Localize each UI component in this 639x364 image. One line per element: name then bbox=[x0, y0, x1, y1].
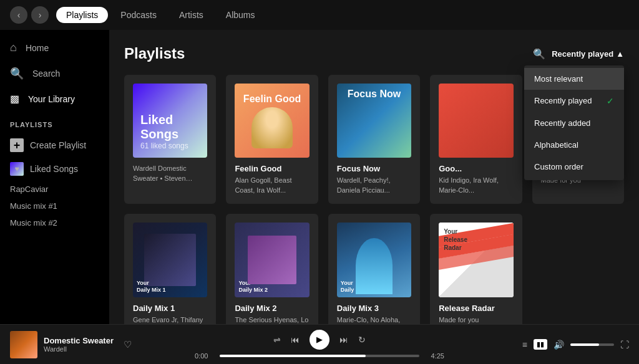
shuffle-button[interactable]: ⇌ bbox=[273, 335, 281, 345]
volume-fill bbox=[570, 343, 599, 346]
sidebar-item-home[interactable]: ⌂ Home bbox=[0, 35, 109, 60]
card-image-liked-songs: Liked Songs 61 liked songs bbox=[133, 84, 207, 158]
daily-mix-3-card-desc: Marie-Clo, No Aloha, Steven Cooper... bbox=[337, 315, 411, 324]
player-bar: Domestic Sweater Wardell ♡ ⇌ ⏮ ▶ ⏭ ↻ 0:0… bbox=[0, 324, 639, 364]
progress-bar-container: 0:00 4:25 bbox=[195, 352, 444, 360]
feelin-good-card-name: Feelin Good bbox=[235, 164, 309, 173]
dropdown-item-label-alphabetical: Alphabetical bbox=[534, 140, 578, 150]
queue-button[interactable]: ≡ bbox=[522, 340, 527, 350]
dropdown-item-recently-played[interactable]: Recently played ✓ bbox=[524, 90, 624, 112]
next-button[interactable]: ⏭ bbox=[339, 335, 348, 345]
dropdown-item-alphabetical[interactable]: Alphabetical bbox=[524, 134, 624, 156]
repeat-button[interactable]: ↻ bbox=[358, 335, 366, 345]
dropdown-item-label-recently-played: Recently played bbox=[534, 96, 592, 105]
sidebar-item-label-home: Home bbox=[26, 43, 49, 53]
content-area: Playlists 🔍 Recently played ▲ Most relev… bbox=[109, 30, 639, 324]
playlists-section-label: PLAYLISTS bbox=[0, 111, 109, 133]
player-right-controls: ≡ ▮▮ 🔊 ⛶ bbox=[492, 339, 629, 350]
content-header: Playlists 🔍 Recently played ▲ Most relev… bbox=[124, 45, 624, 62]
liked-songs-card-desc: Wardell Domestic Sweater • Steven Cooper… bbox=[133, 164, 207, 183]
nav-arrows: ‹ › bbox=[10, 6, 49, 24]
daily-mix-2-card-name: Daily Mix 2 bbox=[235, 304, 309, 313]
card-image-release-radar: YourReleaseRadar bbox=[439, 223, 513, 297]
sidebar-playlist-musicmix2[interactable]: Music mix #2 bbox=[0, 214, 109, 231]
focus-now-cover: Focus Now bbox=[337, 84, 411, 158]
card-image-feelin-good: Feelin Good bbox=[235, 84, 309, 158]
current-time: 0:00 bbox=[195, 352, 215, 360]
card-image-focus-now: Focus Now bbox=[337, 84, 411, 158]
player-track-artist: Wardell bbox=[44, 345, 114, 353]
daily-mix-1-card-name: Daily Mix 1 bbox=[133, 304, 207, 313]
volume-button[interactable]: 🔊 bbox=[554, 340, 564, 350]
card-daily-mix-1[interactable]: YourDaily Mix 1 Daily Mix 1 Gene Evaro J… bbox=[124, 214, 216, 324]
player-controls: ⇌ ⏮ ▶ ⏭ ↻ 0:00 4:25 bbox=[157, 330, 482, 360]
create-playlist-action[interactable]: + Create Playlist bbox=[0, 133, 109, 157]
main-layout: ⌂ Home 🔍 Search ▩ Your Library PLAYLISTS… bbox=[0, 30, 639, 324]
sidebar-item-search[interactable]: 🔍 Search bbox=[0, 60, 109, 87]
nav-tabs: Playlists Podcasts Artists Albums bbox=[56, 7, 265, 23]
sort-dropdown-button[interactable]: Recently played ▲ bbox=[552, 49, 624, 59]
card-daily-mix-3[interactable]: YourDaily Mix 3 Daily Mix 3 Marie-Clo, N… bbox=[328, 214, 420, 324]
tab-podcasts[interactable]: Podcasts bbox=[110, 7, 167, 23]
liked-songs-icon: ♥ bbox=[10, 162, 24, 176]
card-liked-songs[interactable]: Liked Songs 61 liked songs Wardell Domes… bbox=[124, 75, 216, 204]
progress-fill bbox=[220, 355, 366, 357]
feelin-good-cover: Feelin Good bbox=[235, 84, 309, 158]
card-good-vibes[interactable]: Goo... Kid Indigo, Ira Wolf, Marie-Clo..… bbox=[430, 75, 522, 204]
card-image-daily-mix-1: YourDaily Mix 1 bbox=[133, 223, 207, 297]
player-track-name: Domestic Sweater bbox=[44, 336, 114, 345]
sidebar-item-library[interactable]: ▩ Your Library bbox=[0, 87, 109, 111]
dropdown-item-most-relevant[interactable]: Most relevant bbox=[524, 68, 624, 90]
card-daily-mix-2[interactable]: YourDaily Mix 2 Daily Mix 2 The Serious … bbox=[226, 214, 318, 324]
daily-mix-2-cover: YourDaily Mix 2 bbox=[235, 223, 309, 297]
sidebar-playlist-rapcaviar[interactable]: RapCaviar bbox=[0, 181, 109, 198]
player-track-info: Domestic Sweater Wardell bbox=[44, 336, 114, 353]
content-search-button[interactable]: 🔍 bbox=[533, 48, 545, 60]
release-radar-card-desc: Made for you bbox=[439, 315, 513, 324]
back-button[interactable]: ‹ bbox=[10, 6, 27, 24]
daily-mix-1-card-desc: Gene Evaro Jr, Thifany Kauany, April... bbox=[133, 315, 207, 324]
liked-songs-item[interactable]: ♥ Liked Songs bbox=[0, 157, 109, 181]
search-icon: 🔍 bbox=[10, 67, 24, 80]
card-release-radar[interactable]: YourReleaseRadar Release Radar Made for … bbox=[430, 214, 522, 324]
fullscreen-button[interactable]: ⛶ bbox=[620, 340, 629, 350]
volume-bar[interactable] bbox=[570, 343, 614, 346]
progress-bar[interactable] bbox=[220, 355, 419, 357]
forward-button[interactable]: › bbox=[31, 6, 49, 24]
dropdown-item-label-recently-added: Recently added bbox=[534, 118, 590, 128]
lyrics-button[interactable]: ▮▮ bbox=[534, 339, 547, 350]
play-pause-button[interactable]: ▶ bbox=[310, 330, 329, 350]
card-feelin-good[interactable]: Feelin Good Feelin Good Alan Gogoll, Bea… bbox=[226, 75, 318, 204]
player-thumbnail bbox=[10, 331, 37, 358]
player-track: Domestic Sweater Wardell ♡ bbox=[10, 331, 147, 358]
liked-songs-label: Liked Songs bbox=[30, 164, 78, 174]
sort-dropdown-menu: Most relevant Recently played ✓ Recently… bbox=[524, 65, 624, 180]
dropdown-item-custom-order[interactable]: Custom order bbox=[524, 156, 624, 178]
release-radar-card-name: Release Radar bbox=[439, 304, 513, 313]
add-playlist-icon: + bbox=[10, 138, 24, 152]
create-playlist-label: Create Playlist bbox=[30, 140, 86, 150]
sidebar-item-label-search: Search bbox=[32, 69, 60, 79]
good-vibes-card-desc: Kid Indigo, Ira Wolf, Marie-Clo... bbox=[439, 176, 513, 195]
focus-now-card-name: Focus Now bbox=[337, 164, 411, 173]
liked-songs-card-title: Liked Songs bbox=[140, 113, 200, 141]
tab-albums[interactable]: Albums bbox=[216, 7, 265, 23]
dropdown-item-label-most-relevant: Most relevant bbox=[534, 74, 583, 84]
sort-arrow-icon: ▲ bbox=[616, 49, 624, 59]
checkmark-recently-played: ✓ bbox=[607, 96, 614, 106]
like-track-button[interactable]: ♡ bbox=[124, 339, 132, 350]
dropdown-item-recently-added[interactable]: Recently added bbox=[524, 112, 624, 134]
feelin-good-card-desc: Alan Gogoll, Beast Coast, Ira Wolf... bbox=[235, 176, 309, 195]
header-right: 🔍 Recently played ▲ Most relevant Recent… bbox=[533, 48, 624, 60]
tab-playlists[interactable]: Playlists bbox=[56, 7, 108, 23]
sort-label: Recently played bbox=[552, 49, 613, 59]
sidebar-playlist-musicmix1[interactable]: Music mix #1 bbox=[0, 198, 109, 214]
daily-mix-2-card-desc: The Serious Hyenas, Lo Zo, Cilantro... bbox=[235, 315, 309, 324]
daily-mix-3-cover: YourDaily Mix 3 bbox=[337, 223, 411, 297]
home-icon: ⌂ bbox=[10, 41, 17, 54]
good-vibes-card-name: Goo... bbox=[439, 164, 513, 173]
sidebar: ⌂ Home 🔍 Search ▩ Your Library PLAYLISTS… bbox=[0, 30, 109, 324]
tab-artists[interactable]: Artists bbox=[169, 7, 213, 23]
card-focus-now[interactable]: Focus Now Focus Now Wardell, Peachy!, Da… bbox=[328, 75, 420, 204]
prev-button[interactable]: ⏮ bbox=[291, 335, 300, 345]
